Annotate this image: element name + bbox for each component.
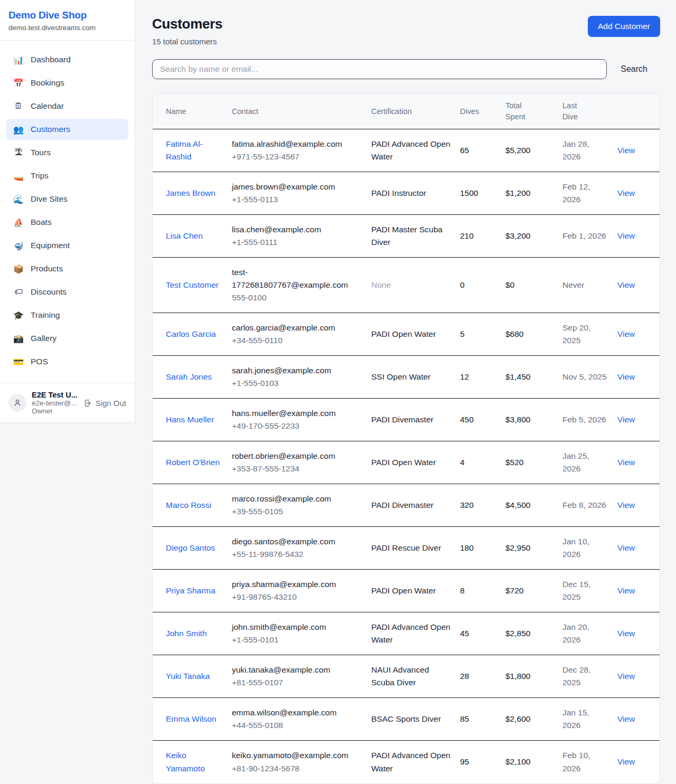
customer-dives: 85 bbox=[460, 698, 505, 741]
user-email: e2e-tester@... bbox=[32, 399, 78, 407]
brand-block: Demo Dive Shop demo.test.divestreams.com bbox=[0, 0, 135, 41]
customer-certification: PADI Divemaster bbox=[371, 484, 460, 527]
table-header-row: NameContactCertificationDivesTotal Spent… bbox=[153, 94, 660, 129]
add-customer-button[interactable]: Add Customer bbox=[588, 16, 660, 37]
sidebar-item-dashboard[interactable]: 📊Dashboard bbox=[6, 49, 128, 70]
customer-total-spent: $2,600 bbox=[505, 698, 562, 741]
page-title: Customers bbox=[152, 16, 222, 32]
customer-name-link[interactable]: James Brown bbox=[166, 188, 215, 197]
sign-out-button[interactable]: Sign Out bbox=[83, 399, 126, 408]
customer-email: james.brown@example.com bbox=[232, 181, 363, 193]
customer-last-dive: Feb 10, 2026 bbox=[562, 741, 617, 783]
sidebar-item-gallery[interactable]: 📸Gallery bbox=[6, 328, 128, 349]
spiral-calendar-icon: 🗓 bbox=[13, 101, 24, 111]
column-header: Name bbox=[153, 94, 232, 129]
view-link[interactable]: View bbox=[617, 672, 635, 681]
sidebar-item-equipment[interactable]: 🤿Equipment bbox=[6, 235, 128, 256]
sidebar-item-discounts[interactable]: 🏷Discounts bbox=[6, 281, 128, 303]
customer-total-spent: $2,950 bbox=[505, 527, 562, 570]
customer-name-link[interactable]: Test Customer bbox=[166, 280, 219, 289]
customer-phone: +1-555-0101 bbox=[232, 634, 363, 646]
table-row: Diego Santosdiego.santos@example.com+55-… bbox=[153, 527, 660, 570]
sidebar-item-pos[interactable]: 💳POS bbox=[6, 351, 128, 372]
customer-certification: PADI Open Water bbox=[371, 441, 460, 484]
shop-name: Demo Dive Shop bbox=[8, 10, 126, 21]
table-row: Yuki Tanakayuki.tanaka@example.com+81-55… bbox=[153, 655, 660, 698]
customer-certification: PADI Advanced Open Water bbox=[371, 612, 460, 655]
customer-last-dive: Feb 5, 2026 bbox=[562, 399, 617, 441]
customer-name-link[interactable]: Priya Sharma bbox=[166, 586, 215, 595]
view-link[interactable]: View bbox=[617, 329, 635, 338]
customer-name-link[interactable]: Robert O'Brien bbox=[166, 458, 220, 467]
table-row: Hans Muellerhans.mueller@example.com+49-… bbox=[153, 399, 660, 441]
sidebar-item-bookings[interactable]: 📅Bookings bbox=[6, 72, 128, 93]
customer-last-dive: Feb 1, 2026 bbox=[562, 215, 617, 258]
customer-dives: 320 bbox=[460, 484, 505, 527]
credit-card-icon: 💳 bbox=[13, 357, 24, 367]
view-link[interactable]: View bbox=[617, 714, 635, 723]
customer-name-link[interactable]: Lisa Chen bbox=[166, 231, 203, 240]
customer-total-spent: $1,200 bbox=[505, 172, 562, 215]
customer-name-link[interactable]: Carlos Garcia bbox=[166, 329, 216, 338]
sidebar-item-dive-sites[interactable]: 🌊Dive Sites bbox=[6, 188, 128, 210]
customer-name-link[interactable]: Marco Rossi bbox=[166, 500, 211, 509]
sidebar-item-customers[interactable]: 👥Customers bbox=[6, 119, 128, 140]
customer-name-link[interactable]: Keiko Yamamoto bbox=[166, 751, 205, 772]
view-link[interactable]: View bbox=[617, 188, 635, 197]
view-link[interactable]: View bbox=[617, 372, 635, 381]
sidebar-item-label: Equipment bbox=[31, 241, 70, 250]
sidebar-item-label: Calendar bbox=[31, 101, 64, 111]
customer-phone: +1-555-0113 bbox=[232, 193, 363, 206]
table-row: Fatima Al-Rashidfatima.alrashid@example.… bbox=[153, 129, 660, 172]
sidebar-item-label: Trips bbox=[31, 171, 49, 181]
column-header: Contact bbox=[232, 94, 371, 129]
customer-name-link[interactable]: Fatima Al-Rashid bbox=[166, 139, 203, 161]
view-link[interactable]: View bbox=[617, 458, 635, 467]
camera-icon: 📸 bbox=[13, 334, 24, 344]
customer-phone: +81-90-1234-5678 bbox=[232, 762, 363, 775]
view-link[interactable]: View bbox=[617, 629, 635, 638]
sign-out-label: Sign Out bbox=[96, 399, 126, 408]
search-input[interactable] bbox=[152, 59, 607, 79]
table-row: James Brownjames.brown@example.com+1-555… bbox=[153, 172, 660, 215]
customer-name-link[interactable]: Emma Wilson bbox=[166, 714, 217, 723]
table-row: Marco Rossimarco.rossi@example.com+39-55… bbox=[153, 484, 660, 527]
sidebar-item-label: Training bbox=[31, 310, 60, 320]
view-link[interactable]: View bbox=[617, 415, 635, 424]
customers-table: NameContactCertificationDivesTotal Spent… bbox=[153, 94, 660, 783]
sidebar-item-label: Bookings bbox=[31, 78, 64, 88]
view-link[interactable]: View bbox=[617, 280, 635, 289]
customer-name-link[interactable]: Diego Santos bbox=[166, 543, 215, 552]
view-link[interactable]: View bbox=[617, 231, 635, 240]
page-header: Customers 15 total customers Add Custome… bbox=[152, 16, 660, 46]
customer-certification: SSI Open Water bbox=[371, 356, 460, 399]
customer-name-link[interactable]: Hans Mueller bbox=[166, 415, 214, 424]
customer-email: yuki.tanaka@example.com bbox=[232, 664, 363, 676]
sidebar-item-trips[interactable]: 🚤Trips bbox=[6, 165, 128, 186]
search-button[interactable]: Search bbox=[607, 64, 660, 74]
customer-name-link[interactable]: John Smith bbox=[166, 629, 207, 638]
view-link[interactable]: View bbox=[617, 500, 635, 509]
sidebar-item-products[interactable]: 📦Products bbox=[6, 258, 128, 279]
view-link[interactable]: View bbox=[617, 757, 635, 766]
view-link[interactable]: View bbox=[617, 146, 635, 155]
customer-phone: +1-555-0103 bbox=[232, 377, 363, 390]
sidebar-item-training[interactable]: 🎓Training bbox=[6, 305, 128, 326]
calendar-page-icon: 📅 bbox=[13, 78, 24, 88]
sidebar-item-calendar[interactable]: 🗓Calendar bbox=[6, 96, 128, 117]
customer-total-spent: $680 bbox=[505, 313, 562, 356]
customer-name-link[interactable]: Sarah Jones bbox=[166, 372, 212, 381]
column-header: Certification bbox=[371, 94, 460, 129]
view-link[interactable]: View bbox=[617, 543, 635, 552]
search-row: Search bbox=[152, 59, 660, 79]
sidebar-item-tours[interactable]: 🏝Tours bbox=[6, 142, 128, 163]
customer-email: lisa.chen@example.com bbox=[232, 223, 363, 236]
sidebar-item-boats[interactable]: ⛵Boats bbox=[6, 212, 128, 233]
customer-name-link[interactable]: Yuki Tanaka bbox=[166, 672, 210, 681]
view-link[interactable]: View bbox=[617, 586, 635, 595]
table-row: Emma Wilsonemma.wilson@example.com+44-55… bbox=[153, 698, 660, 741]
customer-dives: 450 bbox=[460, 399, 505, 441]
customer-last-dive: Jan 28, 2026 bbox=[562, 129, 617, 172]
customer-email: marco.rossi@example.com bbox=[232, 493, 363, 505]
customer-certification: PADI Open Water bbox=[371, 313, 460, 356]
